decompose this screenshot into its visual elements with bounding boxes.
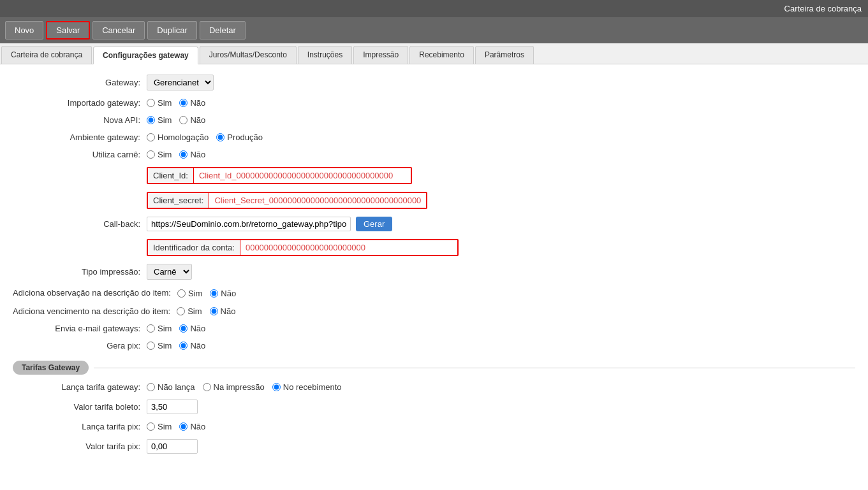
nova-api-nao-label[interactable]: Não — [179, 115, 205, 125]
nao-lanca-label[interactable]: Não lança — [147, 382, 195, 392]
obs-nao-radio[interactable] — [210, 289, 218, 298]
pix-tarifa-nao-radio[interactable] — [179, 422, 188, 431]
no-recebimento-label[interactable]: No recebimento — [272, 382, 342, 392]
tab-strip: Carteira de cobrança Configurações gatew… — [0, 43, 868, 64]
tipo-impressao-row: Tipo impressão: Carnê Boleto — [13, 264, 855, 280]
client-secret-row: Client_secret: — [13, 192, 855, 209]
tab-gateway[interactable]: Configurações gateway — [93, 47, 198, 64]
client-secret-control: Client_secret: — [147, 192, 855, 209]
deletar-button[interactable]: Deletar — [200, 21, 246, 40]
utiliza-sim-radio[interactable] — [147, 150, 155, 159]
pix-sim-label[interactable]: Sim — [147, 341, 172, 350]
lanca-tarifa-control: Não lança Na impressão No recebimento — [147, 382, 855, 392]
importado-nao-label[interactable]: Não — [179, 98, 205, 108]
client-id-box: Client_Id: — [147, 167, 412, 184]
na-impressao-label[interactable]: Na impressão — [203, 382, 265, 392]
ambiente-row: Ambiente gateway: Homologação Produção — [13, 133, 855, 142]
tab-juros[interactable]: Juros/Multas/Desconto — [200, 46, 297, 64]
no-recebimento-radio[interactable] — [272, 383, 281, 391]
nova-api-nao-radio[interactable] — [179, 116, 188, 124]
callback-control: Gerar — [147, 217, 855, 231]
utiliza-carne-label: Utiliza carnê: — [13, 150, 147, 159]
client-id-control: Client_Id: — [147, 167, 855, 184]
importado-gateway-row: Importado gateway: Sim Não — [13, 98, 855, 108]
pix-nao-radio[interactable] — [179, 342, 188, 350]
pix-nao-label[interactable]: Não — [179, 341, 205, 350]
gateway-select[interactable]: Gerencianet PagSeguro PayPal — [147, 75, 214, 90]
tarifas-divider: Tarifas Gateway — [13, 361, 855, 375]
client-secret-input[interactable] — [209, 193, 426, 208]
homologacao-radio[interactable] — [147, 133, 155, 141]
pix-tarifa-sim-label[interactable]: Sim — [147, 422, 172, 431]
pix-tarifa-sim-radio[interactable] — [147, 422, 155, 431]
tab-recebimento[interactable]: Recebimento — [409, 46, 474, 64]
gera-pix-label: Gera pix: — [13, 341, 147, 350]
importado-sim-radio[interactable] — [147, 99, 155, 107]
venc-sim-radio[interactable] — [177, 307, 185, 315]
ambiente-control: Homologação Produção — [147, 133, 855, 142]
duplicar-button[interactable]: Duplicar — [147, 21, 197, 40]
gateway-label: Gateway: — [13, 78, 147, 87]
callback-label: Call-back: — [13, 219, 147, 229]
email-sim-radio[interactable] — [147, 324, 155, 333]
utiliza-sim-label[interactable]: Sim — [147, 150, 172, 159]
email-sim-label[interactable]: Sim — [147, 324, 172, 333]
obs-nao-label[interactable]: Não — [210, 289, 236, 298]
pix-tarifa-nao-label[interactable]: Não — [179, 422, 205, 431]
identificador-box: Identificador da conta: — [147, 239, 459, 256]
valor-boleto-input[interactable] — [147, 400, 198, 414]
utiliza-nao-label[interactable]: Não — [179, 150, 205, 159]
na-impressao-radio[interactable] — [203, 383, 211, 391]
email-nao-radio[interactable] — [179, 324, 188, 333]
valor-pix-control — [147, 439, 855, 454]
callback-input[interactable] — [147, 217, 351, 231]
salvar-button[interactable]: Salvar — [46, 21, 90, 40]
producao-label[interactable]: Produção — [216, 133, 263, 142]
utiliza-carne-control: Sim Não — [147, 150, 855, 159]
nova-api-sim-label[interactable]: Sim — [147, 115, 172, 125]
gerar-button[interactable]: Gerar — [356, 217, 392, 231]
identificador-control: Identificador da conta: — [147, 239, 855, 256]
gera-pix-control: Sim Não — [147, 341, 855, 350]
valor-pix-input[interactable] — [147, 439, 198, 454]
section-line — [94, 368, 855, 368]
tipo-impressao-control: Carnê Boleto — [147, 264, 855, 280]
client-secret-box: Client_secret: — [147, 192, 427, 209]
venc-nao-label[interactable]: Não — [210, 306, 236, 316]
utiliza-nao-radio[interactable] — [179, 150, 188, 159]
importado-sim-label[interactable]: Sim — [147, 98, 172, 108]
tab-carteira[interactable]: Carteira de cobrança — [1, 46, 92, 64]
producao-radio[interactable] — [216, 133, 224, 141]
tipo-impressao-select[interactable]: Carnê Boleto — [147, 264, 192, 280]
tab-parametros[interactable]: Parâmetros — [475, 46, 534, 64]
client-id-inner-label: Client_Id: — [148, 168, 194, 183]
obs-sim-radio[interactable] — [177, 289, 186, 298]
valor-pix-label: Valor tarifa pix: — [13, 442, 147, 451]
identificador-input[interactable] — [240, 240, 457, 255]
nova-api-row: Nova API: Sim Não — [13, 115, 855, 125]
tab-instrucoes[interactable]: Instruções — [298, 46, 352, 64]
nova-api-label: Nova API: — [13, 115, 147, 125]
tab-impressao[interactable]: Impressão — [353, 46, 408, 64]
callback-row: Call-back: Gerar — [13, 217, 855, 231]
nao-lanca-radio[interactable] — [147, 383, 155, 391]
venc-sim-label[interactable]: Sim — [177, 306, 202, 316]
venc-nao-radio[interactable] — [210, 307, 218, 315]
obs-sim-label[interactable]: Sim — [177, 289, 202, 298]
cancelar-button[interactable]: Cancelar — [92, 21, 145, 40]
importado-gateway-label: Importado gateway: — [13, 98, 147, 108]
importado-nao-radio[interactable] — [179, 99, 188, 107]
adiciona-obs-control: Sim Não — [177, 289, 855, 298]
top-bar: Carteira de cobrança — [0, 0, 868, 17]
pix-sim-radio[interactable] — [147, 342, 155, 350]
lanca-tarifa-pix-row: Lança tarifa pix: Sim Não — [13, 422, 855, 431]
homologacao-label[interactable]: Homologação — [147, 133, 209, 142]
lanca-tarifa-row: Lança tarifa gateway: Não lança Na impre… — [13, 382, 855, 392]
nova-api-sim-radio[interactable] — [147, 116, 155, 124]
envia-email-label: Envia e-mail gateways: — [13, 324, 147, 333]
gateway-control: Gerencianet PagSeguro PayPal — [147, 75, 855, 90]
client-id-input[interactable] — [194, 168, 411, 183]
email-nao-label[interactable]: Não — [179, 324, 205, 333]
client-id-row: Client_Id: — [13, 167, 855, 184]
novo-button[interactable]: Novo — [5, 21, 43, 40]
